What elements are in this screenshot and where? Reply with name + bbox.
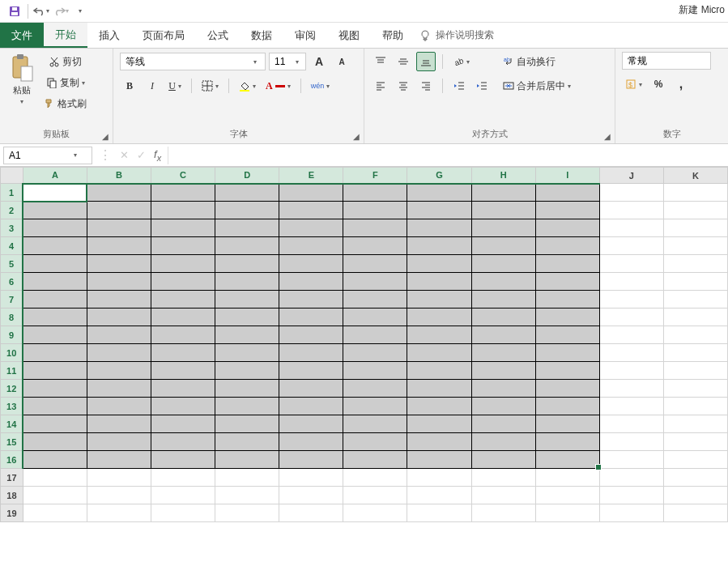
cell[interactable] [23, 344, 87, 362]
cell[interactable] [151, 433, 215, 451]
cell[interactable] [535, 380, 599, 398]
cell[interactable] [151, 415, 215, 433]
increase-font-button[interactable]: A [309, 52, 329, 71]
cell[interactable] [215, 291, 279, 309]
align-top-button[interactable] [371, 52, 390, 71]
name-box[interactable]: ▾ [3, 147, 92, 164]
cell[interactable] [471, 219, 535, 237]
cell[interactable] [151, 487, 215, 504]
cell[interactable] [407, 291, 471, 309]
column-header[interactable]: E [279, 168, 343, 184]
cell[interactable] [407, 255, 471, 273]
cut-button[interactable]: 剪切 [40, 52, 90, 71]
cell[interactable] [279, 487, 343, 504]
cell[interactable] [535, 184, 599, 202]
cell[interactable] [407, 202, 471, 219]
row-header[interactable]: 4 [1, 237, 23, 255]
cell[interactable] [343, 344, 407, 362]
tell-me-search[interactable]: 操作说明搜索 [415, 23, 499, 48]
row-header[interactable]: 2 [1, 202, 23, 219]
row-header[interactable]: 17 [1, 469, 23, 487]
cell[interactable] [279, 184, 343, 202]
row-header[interactable]: 12 [1, 380, 23, 398]
cell[interactable] [599, 237, 663, 255]
cell[interactable] [663, 202, 727, 219]
bold-button[interactable]: B [120, 76, 139, 96]
cell[interactable] [471, 326, 535, 344]
row-header[interactable]: 18 [1, 487, 23, 504]
cell[interactable] [535, 362, 599, 380]
cell[interactable] [599, 362, 663, 380]
cell[interactable] [87, 469, 151, 487]
column-header[interactable]: J [599, 168, 663, 184]
cell[interactable] [23, 273, 87, 291]
cell[interactable] [471, 469, 535, 487]
cell[interactable] [151, 398, 215, 415]
cell[interactable] [599, 273, 663, 291]
cell[interactable] [87, 398, 151, 415]
cell[interactable] [599, 451, 663, 469]
cell[interactable] [599, 184, 663, 202]
cell[interactable] [87, 380, 151, 398]
cell[interactable] [87, 344, 151, 362]
cell[interactable] [407, 273, 471, 291]
row-header[interactable]: 7 [1, 291, 23, 309]
cell[interactable] [599, 433, 663, 451]
row-header[interactable]: 19 [1, 504, 23, 522]
spreadsheet-grid[interactable]: ABCDEFGHIJK12345678910111213141516171819 [0, 167, 728, 583]
cell[interactable] [151, 237, 215, 255]
cell[interactable] [87, 451, 151, 469]
cell[interactable] [343, 237, 407, 255]
cell[interactable] [279, 415, 343, 433]
cell[interactable] [663, 291, 727, 309]
cell[interactable] [471, 504, 535, 522]
cell[interactable] [407, 184, 471, 202]
cell[interactable] [535, 504, 599, 522]
row-header[interactable]: 11 [1, 362, 23, 380]
cell[interactable] [471, 344, 535, 362]
increase-indent-button[interactable] [472, 76, 492, 96]
cell[interactable] [279, 451, 343, 469]
cell[interactable] [663, 487, 727, 504]
cell[interactable] [343, 504, 407, 522]
row-header[interactable]: 3 [1, 219, 23, 237]
italic-button[interactable]: I [143, 76, 162, 96]
cell[interactable] [535, 202, 599, 219]
cell[interactable] [279, 326, 343, 344]
cell[interactable] [215, 184, 279, 202]
cell[interactable] [23, 362, 87, 380]
cell[interactable] [407, 326, 471, 344]
tab-data[interactable]: 数据 [240, 23, 283, 48]
cell[interactable] [215, 309, 279, 326]
cell[interactable] [151, 362, 215, 380]
cell[interactable] [343, 487, 407, 504]
cell[interactable] [535, 487, 599, 504]
tab-formulas[interactable]: 公式 [196, 23, 240, 48]
cell[interactable] [23, 326, 87, 344]
cell[interactable] [87, 433, 151, 451]
cell[interactable] [599, 344, 663, 362]
column-header[interactable]: D [215, 168, 279, 184]
cell[interactable] [215, 273, 279, 291]
cell[interactable] [343, 184, 407, 202]
cell[interactable] [279, 219, 343, 237]
cell[interactable] [599, 202, 663, 219]
cell[interactable] [599, 415, 663, 433]
cell[interactable] [279, 237, 343, 255]
cell[interactable] [343, 398, 407, 415]
align-center-button[interactable] [394, 76, 413, 96]
cell[interactable] [279, 291, 343, 309]
cell[interactable] [279, 398, 343, 415]
cell[interactable] [279, 362, 343, 380]
cell[interactable] [599, 487, 663, 504]
cell[interactable] [151, 326, 215, 344]
cell[interactable] [87, 273, 151, 291]
cell[interactable] [23, 433, 87, 451]
cell[interactable] [407, 380, 471, 398]
cell[interactable] [407, 344, 471, 362]
cell[interactable] [151, 504, 215, 522]
number-format-input[interactable] [623, 55, 696, 66]
cell[interactable] [343, 202, 407, 219]
row-header[interactable]: 15 [1, 433, 23, 451]
cell[interactable] [343, 380, 407, 398]
